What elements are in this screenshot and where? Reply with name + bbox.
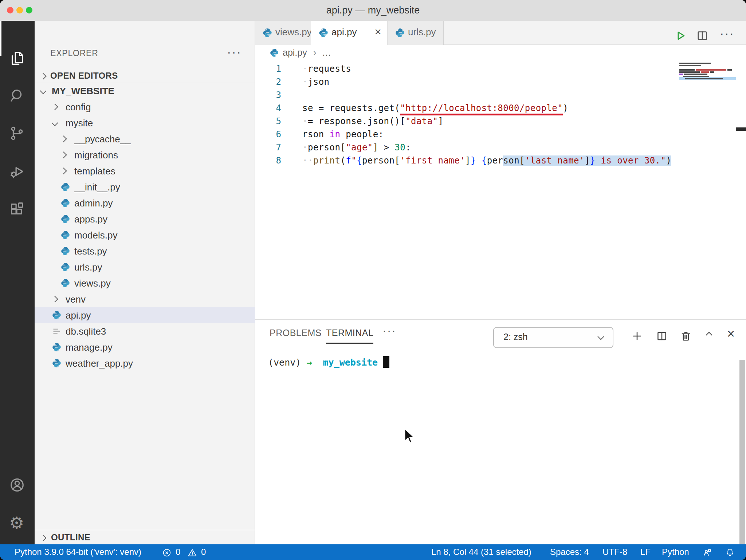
tree-item-label: tests.py — [74, 246, 107, 257]
run-debug-icon[interactable] — [9, 163, 25, 180]
breadcrumb-file[interactable]: api.py — [283, 47, 307, 58]
python-interpreter-status[interactable]: Python 3.9.0 64-bit ('venv': venv) — [15, 547, 141, 557]
tab-label: api.py — [331, 27, 357, 38]
tree-item-admin.py[interactable]: admin.py — [35, 195, 255, 211]
warnings-icon[interactable] — [187, 548, 197, 560]
sidebar-title: EXPLORER — [50, 48, 98, 58]
tree-item-venv[interactable]: venv — [35, 291, 255, 307]
encoding-status[interactable]: UTF-8 — [602, 547, 627, 557]
code-line-8[interactable]: ··print(f"{person['first name']} {person… — [302, 154, 671, 167]
outline-section[interactable]: OUTLINE — [35, 530, 255, 545]
tree-item-mysite[interactable]: mysite — [35, 115, 255, 131]
tree-item-weather_app.py[interactable]: weather_app.py — [35, 355, 255, 371]
maximize-panel-chevron-up-icon[interactable] — [706, 332, 712, 338]
warnings-count[interactable]: 0 — [201, 547, 206, 557]
code-token: ] — [585, 155, 590, 166]
open-editors-label: OPEN EDITORS — [50, 71, 118, 81]
tree-item-label: models.py — [74, 230, 118, 241]
close-tab-icon[interactable]: × — [374, 25, 381, 39]
indentation-status[interactable]: Spaces: 4 — [550, 547, 589, 557]
tree-item-label: urls.py — [74, 262, 102, 273]
kill-terminal-trash-icon[interactable] — [680, 330, 692, 344]
python-file-icon — [52, 310, 62, 320]
tree-item-manage.py[interactable]: manage.py — [35, 339, 255, 355]
title-bar[interactable]: api.py — my_website — [0, 0, 746, 21]
language-mode-status[interactable]: Python — [662, 547, 689, 557]
tree-item-db.sqlite3[interactable]: db.sqlite3 — [35, 323, 255, 339]
minimap[interactable] — [679, 63, 736, 106]
breadcrumb[interactable]: api.py › … — [255, 45, 746, 61]
source-control-icon[interactable] — [9, 125, 25, 142]
feedback-icon[interactable] — [702, 547, 712, 560]
panel-more-actions-icon[interactable]: ··· — [382, 324, 396, 338]
tree-item-models.py[interactable]: models.py — [35, 227, 255, 243]
settings-gear-icon[interactable]: ⚙ — [9, 514, 24, 531]
editor-tab-views.py[interactable]: views.py — [255, 21, 311, 45]
code-token: ] — [465, 155, 471, 166]
tree-item-templates[interactable]: templates — [35, 163, 255, 179]
code-line-6[interactable]: rson in people: — [302, 128, 384, 141]
code-editor[interactable]: 1·requests2·json34se = requests.get("htt… — [255, 61, 746, 319]
split-terminal-icon[interactable] — [656, 330, 668, 344]
tree-item-__pycache__[interactable]: __pycache__ — [35, 131, 255, 147]
code-token: f — [346, 155, 351, 166]
code-line-5[interactable]: ·= response.json()["data"] — [302, 115, 443, 128]
code-line-1[interactable]: ·requests — [302, 62, 351, 75]
tab-terminal[interactable]: TERMINAL — [326, 328, 373, 344]
editor-tab-urls.py[interactable]: urls.py — [388, 21, 444, 45]
terminal-shell-select[interactable]: 2: zsh — [493, 327, 613, 348]
sidebar-more-actions-icon[interactable]: ··· — [227, 45, 242, 59]
editor-tab-api.py[interactable]: api.py× — [311, 21, 388, 45]
line-number: 8 — [255, 154, 281, 167]
tree-item-tests.py[interactable]: tests.py — [35, 243, 255, 259]
python-file-icon — [52, 358, 62, 368]
tab-problems[interactable]: PROBLEMS — [270, 328, 322, 343]
eol-status[interactable]: LF — [640, 547, 651, 557]
tree-item-label: api.py — [66, 310, 91, 321]
notifications-bell-icon[interactable] — [725, 547, 735, 560]
tree-item-urls.py[interactable]: urls.py — [35, 259, 255, 275]
breadcrumb-separator: › — [313, 47, 316, 58]
python-file-icon — [60, 230, 70, 240]
editor-more-actions-icon[interactable]: ··· — [720, 26, 734, 40]
search-icon[interactable] — [9, 87, 25, 104]
code-line-4[interactable]: se = requests.get("http://localhost:8000… — [302, 102, 568, 115]
code-token: person[ — [308, 142, 346, 153]
tree-item-migrations[interactable]: migrations — [35, 147, 255, 163]
cursor-position-status[interactable]: Ln 8, Col 44 (31 selected) — [431, 547, 531, 557]
terminal-prompt[interactable]: (venv) → my_website — [268, 356, 389, 368]
chevron-down-icon — [51, 119, 58, 126]
open-editors-section[interactable]: OPEN EDITORS — [35, 70, 255, 83]
status-bar: Python 3.9.0 64-bit ('venv': venv) 0 0 L… — [0, 544, 746, 560]
tree-item-__init__.py[interactable]: __init__.py — [35, 179, 255, 195]
code-line-7[interactable]: ·person["age"] > 30: — [302, 141, 411, 154]
breadcrumb-more[interactable]: … — [322, 47, 331, 58]
errors-count[interactable]: 0 — [176, 547, 180, 557]
account-icon[interactable] — [9, 477, 25, 493]
tree-item-my_website[interactable]: MY_WEBSITE — [35, 83, 255, 99]
close-panel-icon[interactable]: × — [727, 326, 735, 342]
tree-item-api.py[interactable]: api.py — [35, 307, 255, 323]
python-file-icon — [52, 342, 62, 352]
extensions-icon[interactable] — [9, 201, 25, 218]
tree-item-label: config — [66, 102, 91, 113]
code-token: per — [487, 155, 503, 166]
errors-icon[interactable] — [162, 548, 172, 560]
code-token: = response.json()[ — [308, 116, 405, 126]
code-token: } — [590, 155, 596, 166]
explorer-icon[interactable] — [9, 50, 25, 67]
tree-item-apps.py[interactable]: apps.py — [35, 211, 255, 227]
new-terminal-icon[interactable] — [631, 330, 643, 344]
tree-item-config[interactable]: config — [35, 99, 255, 115]
scrollbar-thumb[interactable] — [739, 360, 745, 544]
code-token: { — [357, 155, 362, 166]
split-editor-icon[interactable] — [696, 29, 709, 44]
current-directory: my_website — [323, 357, 378, 368]
code-token: in — [330, 129, 341, 139]
code-token: ] > — [373, 142, 395, 153]
code-line-2[interactable]: ·json — [302, 75, 330, 88]
active-view-indicator — [0, 21, 1, 56]
code-token: ( — [340, 155, 346, 166]
run-python-file-button[interactable] — [674, 29, 687, 44]
tree-item-views.py[interactable]: views.py — [35, 275, 255, 291]
